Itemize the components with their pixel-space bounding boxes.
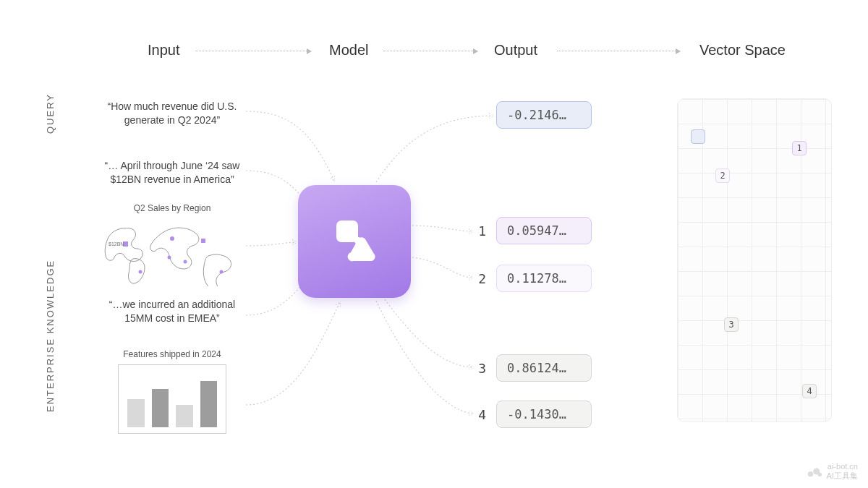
output-index-3: 3 (475, 361, 486, 376)
vs-point-3: 3 (724, 317, 739, 332)
header-output: Output (494, 42, 537, 59)
output-index-2: 2 (475, 271, 486, 286)
input-chart-world-map: Q2 Sales by Region $12BN (100, 202, 244, 286)
svg-point-2 (170, 236, 174, 241)
vs-point-2: 2 (715, 168, 730, 183)
svg-point-10 (807, 471, 812, 476)
watermark: ai-bot.cn AI工具集 (807, 462, 858, 481)
output-row-1: 1 0.05947… (475, 217, 592, 244)
output-query-value: -0.2146… (496, 101, 592, 129)
header-input: Input (148, 42, 179, 59)
watermark-line2: AI工具集 (827, 471, 858, 481)
svg-point-7 (168, 256, 171, 260)
arrow-input-model (195, 51, 311, 51)
chart2-title: Features shipped in 2024 (100, 348, 244, 360)
output-value-1: 0.05947… (496, 217, 592, 244)
svg-rect-8 (336, 221, 358, 242)
svg-point-4 (139, 270, 142, 274)
svg-text:$12BN: $12BN (109, 241, 124, 247)
model-box (298, 185, 411, 298)
svg-point-12 (817, 473, 822, 477)
output-index-1: 1 (475, 223, 486, 239)
header-vector-space: Vector Space (699, 42, 786, 59)
svg-rect-3 (201, 239, 205, 243)
svg-point-6 (220, 270, 224, 274)
output-value-2: 0.11278… (496, 265, 592, 292)
output-row-2: 2 0.11278… (475, 265, 592, 292)
watermark-line1: ai-bot.cn (827, 462, 858, 471)
header-model: Model (329, 42, 368, 59)
vs-point-1: 1 (792, 141, 807, 155)
output-value-4: -0.1430… (496, 401, 592, 428)
arrow-output-vspace (557, 51, 680, 51)
output-row-3: 3 0.86124… (475, 354, 592, 382)
world-map-icon: $12BN (100, 217, 244, 286)
input-query-text: “How much revenue did U.S. generate in Q… (100, 100, 244, 127)
svg-point-5 (184, 260, 187, 264)
svg-point-9 (354, 237, 362, 244)
vs-point-4: 4 (802, 384, 817, 398)
row-label-enterprise: ENTERPRISE KNOWLEDGE (45, 260, 56, 412)
arrow-model-output (383, 51, 477, 51)
bar-chart-icon (118, 364, 226, 434)
output-value-3: 0.86124… (496, 354, 592, 382)
vector-space-grid: 1234 (677, 98, 832, 422)
vs-point-query (691, 129, 705, 144)
model-icon (329, 216, 380, 267)
output-index-4: 4 (475, 407, 486, 422)
output-query: -0.2146… (496, 101, 592, 129)
input-chart-bar: Features shipped in 2024 (100, 348, 244, 434)
input-doc-1: “… April through June ‘24 saw $12BN reve… (100, 159, 244, 187)
row-label-query: QUERY (45, 93, 56, 134)
chart1-title: Q2 Sales by Region (100, 202, 244, 214)
input-doc-2: “…we incurred an additional 15MM cost in… (100, 298, 244, 325)
output-row-4: 4 -0.1430… (475, 401, 592, 428)
